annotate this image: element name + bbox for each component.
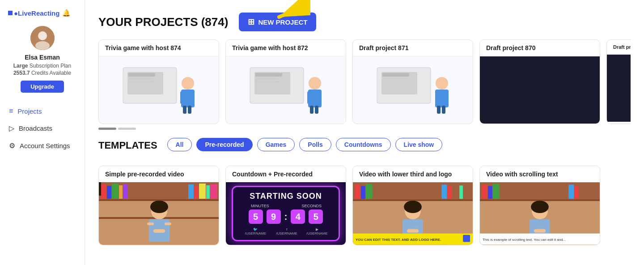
svg-point-43	[150, 201, 168, 213]
template-card-scrolling[interactable]: Video with scrolling text	[479, 166, 600, 245]
svg-rect-64	[463, 235, 470, 242]
template-title-scrolling: Video with scrolling text	[480, 166, 600, 182]
svg-rect-33	[112, 184, 119, 199]
seconds-ones: 5	[309, 209, 323, 224]
templates-row: Simple pre-recorded video	[98, 166, 631, 245]
sidebar-item-projects[interactable]: ≡ Projects	[0, 103, 85, 120]
template-thumb-simple	[99, 182, 219, 245]
project-card-extra[interactable]: Draft proj...	[606, 39, 631, 124]
filter-row: All Pre-recorded Games Polls Countdowns …	[167, 138, 443, 151]
project-card-874[interactable]: Trivia game with host 874	[98, 39, 219, 124]
template-thumb-lower-third: YOU CAN EDIT THIS TEXT. AND ADD LOGO HER…	[353, 182, 473, 245]
facebook-icon: f /USERNAME	[275, 227, 298, 235]
countdown-colon: :	[284, 212, 288, 222]
settings-icon: ⚙	[9, 141, 15, 150]
sidebar-item-label-projects: Projects	[17, 107, 42, 115]
sidebar-item-broadcasts[interactable]: ▷ Broadcasts	[0, 120, 85, 137]
svg-rect-71	[569, 184, 574, 199]
template-card-countdown[interactable]: Countdown + Pre-recorded STARTING SOON M…	[225, 166, 346, 245]
svg-rect-26	[437, 106, 441, 114]
filter-all[interactable]: All	[167, 138, 192, 151]
project-thumb-extra	[607, 55, 631, 122]
seconds-label: SECONDS	[294, 204, 330, 208]
svg-rect-35	[123, 184, 128, 199]
sidebar-item-label-broadcasts: Broadcasts	[19, 124, 52, 132]
seconds-tens: 4	[291, 209, 305, 224]
svg-rect-72	[574, 186, 579, 199]
project-card-872[interactable]: Trivia game with host 872	[225, 39, 346, 124]
svg-rect-68	[482, 184, 487, 199]
user-name: Elsa Esman	[25, 54, 60, 61]
svg-rect-36	[188, 184, 194, 199]
svg-text:This is example of scrolling t: This is example of scrolling text. You c…	[483, 238, 566, 242]
countdown-numbers: 5 9 : 4 5	[242, 209, 329, 224]
project-title-extra: Draft proj...	[607, 40, 631, 55]
sidebar-item-account-settings[interactable]: ⚙ Account Settings	[0, 137, 85, 154]
main-content: YOUR PROJECTS (874) ⊞ NEW PROJECT	[85, 0, 644, 265]
template-title-simple: Simple pre-recorded video	[99, 166, 219, 182]
project-card-870[interactable]: Draft project 870	[479, 39, 600, 124]
plan-type: Large	[13, 63, 28, 69]
avatar	[30, 26, 55, 50]
filter-live-show[interactable]: Live show	[395, 138, 443, 151]
scroll-dot-1	[98, 128, 116, 130]
svg-text:YOU CAN EDIT THIS TEXT. AND AD: YOU CAN EDIT THIS TEXT. AND ADD LOGO HER…	[356, 238, 441, 242]
sidebar: ●LiveReacting 🔔 Elsa Esman Large Subscri…	[0, 0, 85, 265]
svg-rect-56	[447, 186, 452, 199]
svg-rect-10	[188, 106, 191, 114]
svg-rect-69	[488, 186, 492, 199]
svg-rect-57	[459, 185, 463, 199]
template-title-lower-third: Video with lower third and logo	[353, 166, 473, 182]
filter-countdowns[interactable]: Countdowns	[336, 138, 391, 151]
projects-row: Trivia game with host 874	[98, 39, 631, 124]
svg-rect-46	[147, 222, 154, 225]
projects-icon: ≡	[9, 107, 13, 115]
svg-rect-15	[255, 81, 280, 83]
new-project-button[interactable]: ⊞ NEW PROJECT	[239, 13, 316, 31]
svg-point-24	[436, 77, 448, 90]
svg-rect-52	[355, 184, 360, 199]
svg-point-74	[531, 201, 549, 213]
svg-rect-61	[407, 229, 419, 233]
countdown-labels: MINUTES SECONDS	[242, 204, 329, 208]
template-thumb-scrolling: This is example of scrolling text. You c…	[480, 182, 600, 245]
plus-icon: ⊞	[248, 17, 254, 27]
filter-polls[interactable]: Polls	[299, 138, 331, 151]
minutes-ones: 9	[267, 209, 281, 224]
upgrade-button[interactable]: Upgrade	[21, 81, 64, 93]
svg-rect-20	[315, 106, 318, 114]
svg-rect-8	[180, 91, 184, 104]
svg-rect-18	[307, 91, 311, 104]
svg-rect-38	[199, 184, 206, 199]
broadcasts-icon: ▷	[9, 124, 14, 132]
svg-point-6	[182, 77, 194, 90]
svg-point-16	[309, 77, 321, 90]
filter-games[interactable]: Games	[257, 138, 295, 151]
svg-rect-76	[534, 229, 546, 233]
project-title-871: Draft project 871	[353, 40, 473, 56]
svg-rect-3	[128, 73, 155, 77]
scroll-dot-2	[118, 128, 136, 130]
template-card-lower-third[interactable]: Video with lower third and logo	[352, 166, 473, 245]
template-card-simple[interactable]: Simple pre-recorded video	[98, 166, 219, 245]
project-title-874: Trivia game with host 874	[99, 40, 219, 56]
twitter-icon: 🐦 /USERNAME	[242, 227, 269, 235]
header-row: YOUR PROJECTS (874) ⊞ NEW PROJECT	[98, 13, 631, 31]
countdown-social-icons: 🐦 /USERNAME f /USERNAME ▶ /USERNAME	[242, 227, 329, 235]
svg-rect-34	[119, 185, 123, 199]
svg-rect-5	[128, 81, 153, 83]
project-thumb-870	[480, 56, 600, 124]
svg-rect-70	[493, 184, 500, 199]
svg-rect-32	[107, 186, 111, 199]
svg-rect-9	[183, 106, 186, 114]
project-title-870: Draft project 870	[480, 40, 600, 56]
notification-bell-icon[interactable]: 🔔	[62, 9, 71, 17]
svg-rect-40	[210, 184, 217, 199]
credits-number: 2553.7	[13, 70, 30, 76]
project-thumb-871	[353, 56, 473, 124]
svg-rect-55	[442, 184, 447, 199]
filter-pre-recorded[interactable]: Pre-recorded	[196, 138, 252, 151]
minutes-label: MINUTES	[242, 204, 278, 208]
project-card-871[interactable]: Draft project 871	[352, 39, 473, 124]
svg-rect-27	[442, 106, 445, 114]
